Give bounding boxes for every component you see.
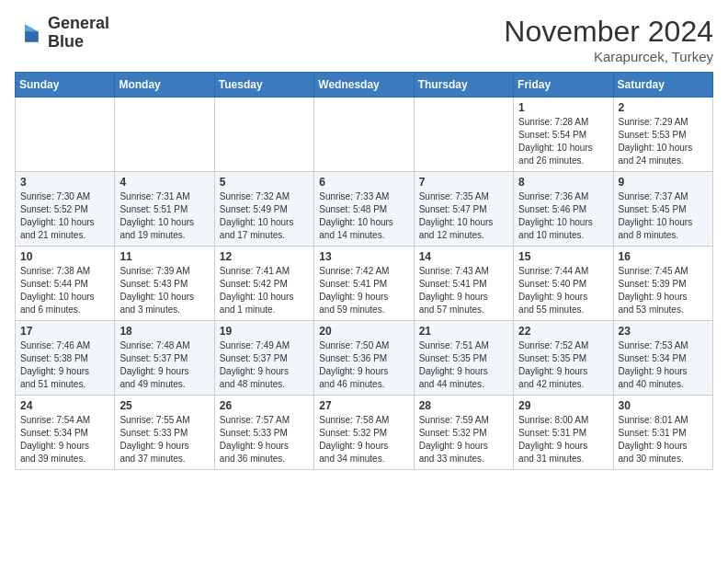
day-cell [214,98,313,172]
day-cell: 17Sunrise: 7:46 AM Sunset: 5:38 PM Dayli… [16,321,115,396]
day-info: Sunrise: 7:50 AM Sunset: 5:36 PM Dayligh… [319,339,408,391]
day-cell: 21Sunrise: 7:51 AM Sunset: 5:35 PM Dayli… [414,321,513,396]
day-cell: 22Sunrise: 7:52 AM Sunset: 5:35 PM Dayli… [514,321,613,396]
day-info: Sunrise: 7:51 AM Sunset: 5:35 PM Dayligh… [419,339,508,391]
header-cell-monday: Monday [115,73,214,98]
day-cell: 9Sunrise: 7:37 AM Sunset: 5:45 PM Daylig… [613,172,712,247]
day-cell: 3Sunrise: 7:30 AM Sunset: 5:52 PM Daylig… [16,172,115,247]
day-cell: 20Sunrise: 7:50 AM Sunset: 5:36 PM Dayli… [314,321,414,396]
day-cell: 10Sunrise: 7:38 AM Sunset: 5:44 PM Dayli… [16,247,115,321]
day-number: 1 [518,101,608,114]
day-cell: 23Sunrise: 7:53 AM Sunset: 5:34 PM Dayli… [613,321,712,396]
day-cell: 16Sunrise: 7:45 AM Sunset: 5:39 PM Dayli… [613,247,712,321]
day-cell: 24Sunrise: 7:54 AM Sunset: 5:34 PM Dayli… [16,396,115,470]
day-info: Sunrise: 7:57 AM Sunset: 5:33 PM Dayligh… [220,414,309,465]
day-number: 13 [319,250,408,263]
day-number: 8 [518,176,608,189]
day-info: Sunrise: 7:33 AM Sunset: 5:48 PM Dayligh… [319,190,408,242]
day-cell: 15Sunrise: 7:44 AM Sunset: 5:40 PM Dayli… [514,247,613,321]
day-info: Sunrise: 7:43 AM Sunset: 5:41 PM Dayligh… [419,265,508,316]
week-row-2: 3Sunrise: 7:30 AM Sunset: 5:52 PM Daylig… [16,172,713,247]
day-cell: 14Sunrise: 7:43 AM Sunset: 5:41 PM Dayli… [414,247,513,321]
day-info: Sunrise: 7:49 AM Sunset: 5:37 PM Dayligh… [220,339,309,391]
day-number: 4 [119,176,209,189]
day-info: Sunrise: 7:52 AM Sunset: 5:35 PM Dayligh… [518,339,608,391]
day-number: 29 [518,399,608,412]
day-number: 28 [419,399,508,412]
day-info: Sunrise: 7:32 AM Sunset: 5:49 PM Dayligh… [220,190,309,242]
header-cell-thursday: Thursday [414,73,513,98]
day-cell: 13Sunrise: 7:42 AM Sunset: 5:41 PM Dayli… [314,247,414,321]
day-info: Sunrise: 7:44 AM Sunset: 5:40 PM Dayligh… [518,265,608,316]
day-info: Sunrise: 7:37 AM Sunset: 5:45 PM Dayligh… [619,190,708,242]
day-cell [16,98,115,172]
location: Karapurcek, Turkey [504,49,713,64]
day-info: Sunrise: 7:59 AM Sunset: 5:32 PM Dayligh… [419,414,508,465]
day-cell: 30Sunrise: 8:01 AM Sunset: 5:31 PM Dayli… [613,396,712,470]
calendar-header: SundayMondayTuesdayWednesdayThursdayFrid… [16,73,713,98]
day-number: 5 [220,176,309,189]
calendar-table: SundayMondayTuesdayWednesdayThursdayFrid… [15,72,713,470]
day-number: 30 [619,399,708,412]
day-number: 17 [20,325,109,338]
day-info: Sunrise: 7:28 AM Sunset: 5:54 PM Dayligh… [518,116,608,167]
page-header: General Blue November 2024 Karapurcek, T… [15,15,713,64]
day-number: 15 [518,250,608,263]
day-number: 19 [220,325,309,338]
day-info: Sunrise: 7:58 AM Sunset: 5:32 PM Dayligh… [319,414,408,465]
logo: General Blue [15,15,109,52]
day-cell: 18Sunrise: 7:48 AM Sunset: 5:37 PM Dayli… [115,321,214,396]
day-cell [414,98,513,172]
day-number: 11 [119,250,209,263]
day-number: 23 [619,325,708,338]
logo-text: General Blue [48,15,109,52]
day-number: 9 [619,176,708,189]
calendar-body: 1Sunrise: 7:28 AM Sunset: 5:54 PM Daylig… [16,98,713,470]
logo-line2: Blue [48,33,109,52]
day-cell: 29Sunrise: 8:00 AM Sunset: 5:31 PM Dayli… [514,396,613,470]
day-info: Sunrise: 7:38 AM Sunset: 5:44 PM Dayligh… [20,265,109,316]
day-number: 20 [319,325,408,338]
day-number: 7 [419,176,508,189]
week-row-1: 1Sunrise: 7:28 AM Sunset: 5:54 PM Daylig… [16,98,713,172]
day-info: Sunrise: 7:31 AM Sunset: 5:51 PM Dayligh… [119,190,209,242]
day-info: Sunrise: 8:01 AM Sunset: 5:31 PM Dayligh… [619,414,708,465]
logo-line1: General [48,15,109,33]
header-cell-sunday: Sunday [16,73,115,98]
day-cell: 27Sunrise: 7:58 AM Sunset: 5:32 PM Dayli… [314,396,414,470]
day-info: Sunrise: 7:46 AM Sunset: 5:38 PM Dayligh… [20,339,109,391]
day-number: 27 [319,399,408,412]
day-info: Sunrise: 7:29 AM Sunset: 5:53 PM Dayligh… [619,116,708,167]
day-info: Sunrise: 7:36 AM Sunset: 5:46 PM Dayligh… [518,190,608,242]
day-info: Sunrise: 7:54 AM Sunset: 5:34 PM Dayligh… [20,414,109,465]
day-cell: 12Sunrise: 7:41 AM Sunset: 5:42 PM Dayli… [214,247,313,321]
day-info: Sunrise: 7:45 AM Sunset: 5:39 PM Dayligh… [619,265,708,316]
day-cell: 25Sunrise: 7:55 AM Sunset: 5:33 PM Dayli… [115,396,214,470]
day-number: 2 [619,101,708,114]
logo-icon [15,18,44,48]
day-cell: 6Sunrise: 7:33 AM Sunset: 5:48 PM Daylig… [314,172,414,247]
day-cell: 4Sunrise: 7:31 AM Sunset: 5:51 PM Daylig… [115,172,214,247]
day-info: Sunrise: 7:39 AM Sunset: 5:43 PM Dayligh… [119,265,209,316]
day-number: 21 [419,325,508,338]
day-cell: 19Sunrise: 7:49 AM Sunset: 5:37 PM Dayli… [214,321,313,396]
day-number: 18 [119,325,209,338]
week-row-4: 17Sunrise: 7:46 AM Sunset: 5:38 PM Dayli… [16,321,713,396]
week-row-5: 24Sunrise: 7:54 AM Sunset: 5:34 PM Dayli… [16,396,713,470]
day-info: Sunrise: 7:30 AM Sunset: 5:52 PM Dayligh… [20,190,109,242]
day-cell: 28Sunrise: 7:59 AM Sunset: 5:32 PM Dayli… [414,396,513,470]
day-info: Sunrise: 7:35 AM Sunset: 5:47 PM Dayligh… [419,190,508,242]
day-number: 3 [20,176,109,189]
day-info: Sunrise: 7:48 AM Sunset: 5:37 PM Dayligh… [119,339,209,391]
day-number: 16 [619,250,708,263]
day-number: 26 [220,399,309,412]
day-number: 10 [20,250,109,263]
header-cell-friday: Friday [514,73,613,98]
day-cell: 2Sunrise: 7:29 AM Sunset: 5:53 PM Daylig… [613,98,712,172]
title-block: November 2024 Karapurcek, Turkey [504,15,713,64]
day-number: 6 [319,176,408,189]
header-row: SundayMondayTuesdayWednesdayThursdayFrid… [16,73,713,98]
day-cell: 11Sunrise: 7:39 AM Sunset: 5:43 PM Dayli… [115,247,214,321]
day-number: 24 [20,399,109,412]
day-cell: 26Sunrise: 7:57 AM Sunset: 5:33 PM Dayli… [214,396,313,470]
